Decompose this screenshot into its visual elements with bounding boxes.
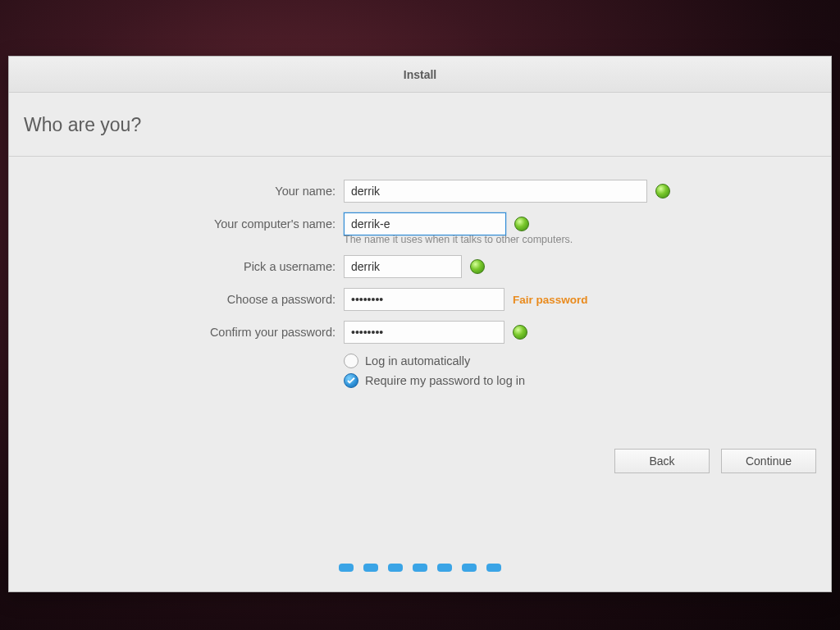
check-ok-icon [655, 184, 670, 199]
name-input[interactable] [344, 180, 647, 203]
login-require-password-label: Require my password to log in [365, 374, 525, 387]
login-require-password-option[interactable]: Require my password to log in [344, 373, 831, 388]
progress-pip [388, 564, 403, 572]
user-form: Your name: Your computer's name: The nam… [9, 180, 831, 388]
password-label: Choose a password: [9, 293, 344, 306]
page-content: Your name: Your computer's name: The nam… [9, 157, 831, 591]
password-strength-label: Fair password [513, 294, 588, 306]
window-title: Install [404, 68, 436, 81]
computer-name-input[interactable] [344, 212, 506, 235]
progress-pip [339, 564, 354, 572]
login-auto-option[interactable]: Log in automatically [344, 354, 831, 368]
progress-pip [363, 564, 378, 572]
computer-name-label: Your computer's name: [9, 217, 344, 231]
progress-pip [437, 564, 452, 572]
page-title: Who are you? [24, 114, 141, 135]
radio-unchecked-icon [344, 354, 358, 368]
check-ok-icon [470, 259, 485, 274]
confirm-password-input[interactable] [344, 321, 504, 344]
progress-pip [486, 564, 501, 572]
window-titlebar: Install [9, 57, 831, 93]
confirm-password-label: Confirm your password: [9, 326, 344, 339]
continue-button[interactable]: Continue [721, 449, 816, 473]
computer-name-helper: The name it uses when it talks to other … [344, 234, 831, 245]
install-window: Install Who are you? Your name: Your com… [8, 56, 832, 592]
password-input[interactable] [344, 288, 504, 311]
check-ok-icon [513, 325, 527, 340]
progress-pip [462, 564, 477, 572]
back-button[interactable]: Back [614, 449, 710, 473]
name-label: Your name: [9, 185, 344, 198]
login-auto-label: Log in automatically [365, 354, 470, 368]
page-header: Who are you? [9, 93, 831, 157]
radio-checked-icon [344, 373, 358, 388]
wizard-footer: Back Continue [614, 449, 816, 473]
progress-indicator [9, 564, 831, 572]
progress-pip [413, 564, 427, 572]
check-ok-icon [514, 217, 529, 231]
username-input[interactable] [344, 255, 462, 278]
username-label: Pick a username: [9, 260, 344, 273]
